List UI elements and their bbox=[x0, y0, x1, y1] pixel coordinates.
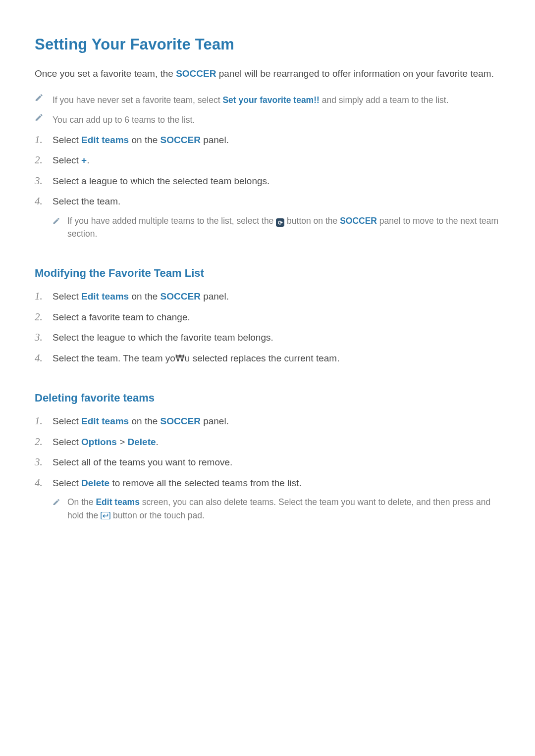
step-bold: SOCCER bbox=[160, 291, 201, 302]
step-text: Select bbox=[53, 155, 81, 165]
intro-part-1: Once you set a favorite team, the bbox=[35, 68, 176, 79]
section-delete-title: Deleting favorite teams bbox=[35, 390, 500, 406]
step-item: Select Options > Delete. bbox=[35, 432, 500, 453]
step-text: panel. bbox=[201, 291, 229, 302]
step-item: Select a favorite team to change. bbox=[35, 307, 500, 328]
step-text: Select the league to which the favorite … bbox=[53, 332, 273, 343]
step-bold: Delete bbox=[128, 437, 156, 447]
step-text: Select bbox=[53, 135, 81, 145]
top-notes-list: If you have never set a favorite team, s… bbox=[35, 90, 500, 129]
note-bold: Set your favorite team!! bbox=[222, 95, 319, 105]
step-text: on the bbox=[129, 135, 160, 145]
note-text-part: button on the bbox=[284, 216, 340, 226]
step-text: Select all of the teams you want to remo… bbox=[53, 457, 232, 467]
step-item: Select the team. The team yo₩u selected … bbox=[35, 348, 500, 369]
step-item: Select Edit teams on the SOCCER panel. bbox=[35, 286, 500, 307]
step-text: Select the team. bbox=[53, 196, 120, 206]
nested-note: If you have added multiple teams to the … bbox=[53, 214, 500, 241]
step-text: panel. bbox=[201, 135, 229, 145]
main-steps: Select Edit teams on the SOCCER panel. S… bbox=[35, 130, 500, 244]
step-item: Select all of the teams you want to remo… bbox=[35, 452, 500, 473]
step-text: Select bbox=[53, 416, 81, 426]
step-text: to remove all the selected teams from th… bbox=[109, 478, 302, 488]
note-text-part: and simply add a team to the list. bbox=[320, 95, 449, 105]
note-text-part: On the bbox=[67, 497, 96, 507]
pencil-icon bbox=[53, 217, 60, 225]
step-item: Select +. bbox=[35, 150, 500, 171]
step-item: Select Edit teams on the SOCCER panel. bbox=[35, 130, 500, 151]
step-text: on the bbox=[129, 291, 160, 302]
pencil-icon bbox=[35, 93, 44, 102]
step-bold: Edit teams bbox=[81, 135, 129, 145]
step-item: Select a league to which the selected te… bbox=[35, 171, 500, 192]
page-title: Setting Your Favorite Team bbox=[35, 34, 500, 56]
step-text: Select a favorite team to change. bbox=[53, 312, 190, 322]
note-text-part: You can add up to 6 teams to the list. bbox=[53, 115, 195, 125]
step-text: Select bbox=[53, 291, 81, 302]
pencil-icon bbox=[53, 498, 60, 506]
intro-soccer: SOCCER bbox=[176, 68, 216, 79]
step-text: panel. bbox=[201, 416, 229, 426]
step-text: . bbox=[87, 155, 89, 165]
note-bold: SOCCER bbox=[340, 216, 377, 226]
step-item: Select Edit teams on the SOCCER panel. bbox=[35, 411, 500, 432]
note-text-part: If you have never set a favorite team, s… bbox=[53, 95, 222, 105]
step-bold: SOCCER bbox=[160, 135, 201, 145]
note-item: You can add up to 6 teams to the list. bbox=[35, 110, 500, 130]
modify-steps: Select Edit teams on the SOCCER panel. S… bbox=[35, 286, 500, 368]
step-bold: Edit teams bbox=[81, 416, 129, 426]
intro-part-2: panel will be rearranged to offer inform… bbox=[216, 68, 493, 79]
nested-note: On the Edit teams screen, you can also d… bbox=[53, 496, 500, 522]
step-bold: Delete bbox=[81, 478, 109, 488]
note-text-part: button or the touch pad. bbox=[110, 510, 205, 520]
step-text: Select a league to which the selected te… bbox=[53, 176, 269, 186]
step-item: Select the league to which the favorite … bbox=[35, 327, 500, 348]
step-bold: Edit teams bbox=[81, 291, 129, 302]
intro-text: Once you set a favorite team, the SOCCER… bbox=[35, 67, 500, 81]
delete-steps: Select Edit teams on the SOCCER panel. S… bbox=[35, 411, 500, 525]
step-bold: + bbox=[81, 155, 87, 165]
enter-icon bbox=[101, 512, 110, 519]
step-bold: SOCCER bbox=[160, 416, 201, 426]
step-text: . bbox=[156, 437, 159, 447]
step-bold: Options bbox=[81, 437, 117, 447]
step-text: Select the team. The team yo₩u selected … bbox=[53, 353, 339, 363]
pencil-icon bbox=[35, 113, 44, 122]
note-text-part: If you have added multiple teams to the … bbox=[67, 216, 276, 226]
note-bold: Edit teams bbox=[96, 497, 140, 507]
note-item: If you have never set a favorite team, s… bbox=[35, 90, 500, 110]
step-sep: > bbox=[117, 437, 128, 447]
step-text: Select bbox=[53, 478, 81, 488]
step-item: Select Delete to remove all the selected… bbox=[35, 473, 500, 525]
refresh-icon: ⟳ bbox=[276, 218, 284, 227]
section-modify-title: Modifying the Favorite Team List bbox=[35, 265, 500, 281]
step-text: on the bbox=[129, 416, 160, 426]
step-text: Select bbox=[53, 437, 81, 447]
step-item: Select the team. If you have added multi… bbox=[35, 191, 500, 244]
